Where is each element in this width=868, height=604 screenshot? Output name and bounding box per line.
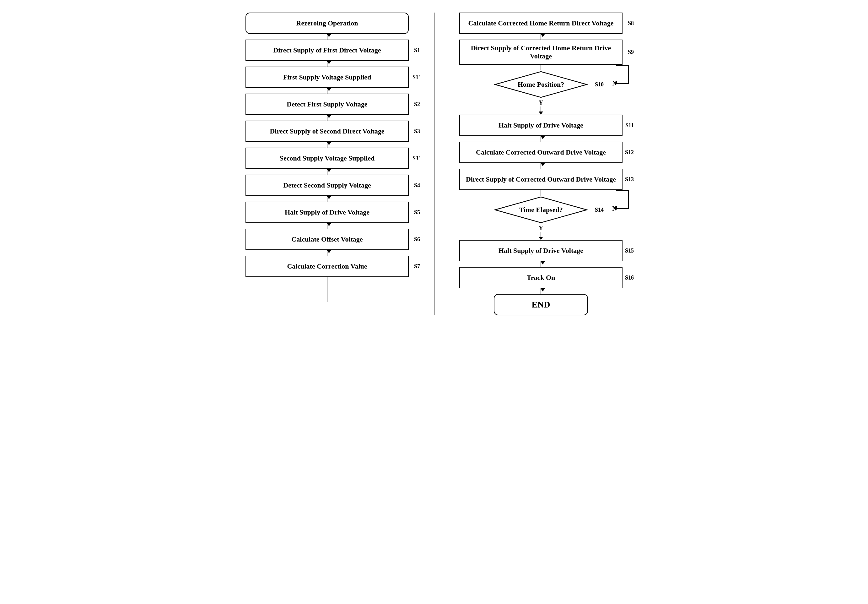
step-s2: S2 bbox=[414, 101, 420, 108]
box-row-s8: Calculate Corrected Home Return Direct V… bbox=[438, 12, 645, 34]
box-s12: Calculate Corrected Outward Drive Voltag… bbox=[459, 142, 623, 163]
n-arrow-s14 bbox=[614, 206, 617, 210]
box-s7: Calculate Correction Value S7 bbox=[245, 256, 409, 277]
label-s14: Time Elapsed? bbox=[519, 206, 563, 214]
left-column: Rezeroing Operation Direct Supply of Fir… bbox=[224, 12, 434, 315]
label-s9: Direct Supply of Corrected Home Return D… bbox=[465, 44, 617, 60]
flow-item-s5: Halt Supply of Drive Voltage S5 bbox=[224, 202, 431, 229]
box-row-s9: Direct Supply of Corrected Home Return D… bbox=[438, 40, 645, 65]
flow-item-s3p: Second Supply Voltage Supplied S3' bbox=[224, 148, 431, 175]
label-s15: Halt Supply of Drive Voltage bbox=[499, 247, 583, 255]
step-s1: S1 bbox=[414, 47, 420, 54]
y-section-s14: Y bbox=[539, 224, 543, 240]
step-s9: S9 bbox=[628, 49, 634, 56]
step-s7: S7 bbox=[414, 263, 420, 270]
box-row-s13: Direct Supply of Corrected Outward Drive… bbox=[438, 169, 645, 190]
flow-item-s1: Direct Supply of First Direct Voltage S1 bbox=[224, 40, 431, 67]
diamond-section-s10: N Home Position? S10 Y bbox=[453, 70, 629, 115]
connector-s4-s5 bbox=[327, 196, 328, 202]
label-s8: Calculate Corrected Home Return Direct V… bbox=[468, 19, 614, 27]
label-s3: Direct Supply of Second Direct Voltage bbox=[270, 127, 384, 135]
connector-s5-s6 bbox=[327, 223, 328, 229]
box-row-s3: Direct Supply of Second Direct Voltage S… bbox=[224, 121, 431, 142]
label-s1: Direct Supply of First Direct Voltage bbox=[273, 46, 381, 54]
box-s15: Halt Supply of Drive Voltage S15 bbox=[459, 240, 623, 261]
step-s10: S10 bbox=[595, 81, 604, 88]
step-s3: S3 bbox=[414, 128, 420, 135]
step-s5: S5 bbox=[414, 209, 420, 216]
n-h-line-s10-top bbox=[616, 65, 629, 66]
box-s3: Direct Supply of Second Direct Voltage S… bbox=[245, 121, 409, 142]
connector-s2-s3 bbox=[327, 115, 328, 121]
flow-item-s4: Detect Second Supply Voltage S4 bbox=[224, 175, 431, 202]
box-s16: Track On S16 bbox=[459, 267, 623, 288]
flow-item-s7: Calculate Correction Value S7 bbox=[224, 256, 431, 302]
flow-item-s13: Direct Supply of Corrected Outward Drive… bbox=[438, 169, 645, 196]
step-s3p: S3' bbox=[412, 155, 420, 162]
box-row-s2: Detect First Supply Voltage S2 bbox=[224, 93, 431, 115]
n-h-line-s14-top bbox=[616, 190, 629, 191]
diamond-s10: Home Position? S10 bbox=[494, 70, 588, 99]
step-s8: S8 bbox=[628, 20, 634, 27]
y-label-s10: Y bbox=[539, 99, 543, 107]
connector-s7-bottom bbox=[327, 277, 328, 302]
flow-item-s1p: First Supply Voltage Supplied S1' bbox=[224, 67, 431, 93]
box-s6: Calculate Offset Voltage S6 bbox=[245, 229, 409, 250]
box-row-s3p: Second Supply Voltage Supplied S3' bbox=[224, 148, 431, 169]
connector-s9-s10 bbox=[541, 65, 541, 70]
box-row-s1p: First Supply Voltage Supplied S1' bbox=[224, 67, 431, 88]
connector-s11-s12 bbox=[541, 136, 541, 142]
box-rezeroing: Rezeroing Operation bbox=[245, 12, 409, 34]
box-s1p: First Supply Voltage Supplied S1' bbox=[245, 67, 409, 88]
box-row-s11: Halt Supply of Drive Voltage S11 bbox=[438, 115, 645, 136]
connector-start-s1 bbox=[327, 34, 328, 40]
connector-s1p-s2 bbox=[327, 88, 328, 93]
flow-item-s16: Track On S16 bbox=[438, 267, 645, 294]
box-s2: Detect First Supply Voltage S2 bbox=[245, 93, 409, 115]
label-s3p: Second Supply Voltage Supplied bbox=[280, 154, 375, 162]
n-h-line-s10-bot bbox=[616, 83, 629, 84]
flow-item-s6: Calculate Offset Voltage S6 bbox=[224, 229, 431, 256]
connector-s8-s9 bbox=[541, 34, 541, 40]
label-s7: Calculate Correction Value bbox=[287, 262, 367, 270]
connector-s6-s7 bbox=[327, 250, 328, 256]
step-s13: S13 bbox=[625, 176, 634, 183]
label-s5: Halt Supply of Drive Voltage bbox=[285, 208, 369, 216]
step-s14: S14 bbox=[595, 207, 604, 213]
box-s4: Detect Second Supply Voltage S4 bbox=[245, 175, 409, 196]
box-row-s7: Calculate Correction Value S7 bbox=[224, 256, 431, 277]
step-s15: S15 bbox=[625, 247, 634, 254]
connector-s16-end bbox=[541, 288, 541, 294]
box-row-s15: Halt Supply of Drive Voltage S15 bbox=[438, 240, 645, 261]
y-label-s14: Y bbox=[539, 225, 543, 232]
flow-item-s8: Calculate Corrected Home Return Direct V… bbox=[438, 12, 645, 40]
flow-item-end: END bbox=[438, 294, 645, 315]
y-section-s10: Y bbox=[539, 99, 543, 115]
n-v-line-s10 bbox=[628, 65, 629, 83]
flow-item-start: Rezeroing Operation bbox=[224, 12, 431, 40]
step-s1p: S1' bbox=[412, 74, 420, 81]
box-s3p: Second Supply Voltage Supplied S3' bbox=[245, 148, 409, 169]
step-s12: S12 bbox=[625, 149, 634, 156]
label-s12: Calculate Corrected Outward Drive Voltag… bbox=[476, 148, 606, 157]
flow-item-s9: Direct Supply of Corrected Home Return D… bbox=[438, 40, 645, 70]
step-s4: S4 bbox=[414, 182, 420, 189]
box-row-s6: Calculate Offset Voltage S6 bbox=[224, 229, 431, 250]
box-s13: Direct Supply of Corrected Outward Drive… bbox=[459, 169, 623, 190]
box-row-start: Rezeroing Operation bbox=[224, 12, 431, 34]
n-arrow-s10 bbox=[614, 81, 617, 84]
box-row-end: END bbox=[438, 294, 645, 315]
arrow-s14-s15 bbox=[539, 237, 543, 240]
n-h-line-s14-bot bbox=[616, 208, 629, 209]
right-column: Calculate Corrected Home Return Direct V… bbox=[434, 12, 645, 315]
connector-s3p-s4 bbox=[327, 169, 328, 175]
step-s11: S11 bbox=[625, 122, 634, 129]
connector-s10-s11 bbox=[541, 107, 541, 112]
label-s2: Detect First Supply Voltage bbox=[287, 100, 367, 109]
n-v-line-s14 bbox=[628, 190, 629, 208]
label-s13: Direct Supply of Corrected Outward Drive… bbox=[466, 175, 616, 183]
box-row-s5: Halt Supply of Drive Voltage S5 bbox=[224, 202, 431, 223]
connector-s1-s1p bbox=[327, 61, 328, 67]
box-s8: Calculate Corrected Home Return Direct V… bbox=[459, 12, 623, 34]
label-s1p: First Supply Voltage Supplied bbox=[283, 73, 371, 81]
